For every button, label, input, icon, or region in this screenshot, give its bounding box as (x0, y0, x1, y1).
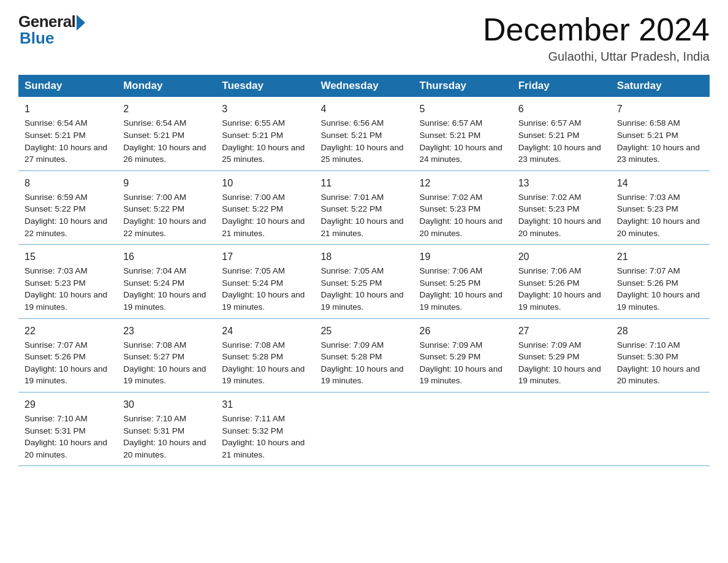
sunrise-text: Sunrise: 7:09 AM (420, 340, 483, 350)
daylight-text: Daylight: 10 hours and 21 minutes. (320, 216, 403, 238)
daylight-text: Daylight: 10 hours and 21 minutes. (222, 216, 305, 238)
day-number: 28 (617, 324, 703, 338)
calendar-cell: 16Sunrise: 7:04 AMSunset: 5:24 PMDayligh… (117, 245, 216, 318)
calendar-cell: 3Sunrise: 6:55 AMSunset: 5:21 PMDaylight… (216, 97, 314, 170)
sunset-text: Sunset: 5:29 PM (518, 352, 580, 361)
calendar-title: December 2024 (483, 12, 710, 47)
calendar-week-1: 1Sunrise: 6:54 AMSunset: 5:21 PMDaylight… (18, 97, 710, 170)
daylight-text: Daylight: 10 hours and 19 minutes. (518, 364, 601, 386)
calendar-cell: 20Sunrise: 7:06 AMSunset: 5:26 PMDayligh… (512, 245, 611, 318)
sunset-text: Sunset: 5:21 PM (420, 131, 481, 140)
sunset-text: Sunset: 5:25 PM (320, 278, 382, 288)
day-number: 23 (123, 324, 210, 338)
sunset-text: Sunset: 5:27 PM (123, 352, 184, 361)
calendar-cell: 18Sunrise: 7:05 AMSunset: 5:25 PMDayligh… (314, 245, 413, 318)
daylight-text: Daylight: 10 hours and 19 minutes. (320, 364, 403, 386)
daylight-text: Daylight: 10 hours and 19 minutes. (420, 364, 502, 386)
daylight-text: Daylight: 10 hours and 26 minutes. (123, 143, 206, 164)
sunset-text: Sunset: 5:22 PM (123, 204, 184, 213)
sunset-text: Sunset: 5:22 PM (25, 204, 86, 213)
calendar-cell: 19Sunrise: 7:06 AMSunset: 5:25 PMDayligh… (414, 245, 512, 318)
daylight-text: Daylight: 10 hours and 20 minutes. (123, 438, 206, 459)
sunrise-text: Sunrise: 6:57 AM (518, 118, 582, 128)
sunset-text: Sunset: 5:22 PM (320, 204, 382, 213)
daylight-text: Daylight: 10 hours and 22 minutes. (25, 216, 107, 238)
calendar-cell: 31Sunrise: 7:11 AMSunset: 5:32 PMDayligh… (216, 392, 314, 465)
calendar-cell (512, 392, 611, 465)
logo-blue-text: Blue (20, 29, 54, 48)
sunset-text: Sunset: 5:32 PM (222, 426, 283, 435)
daylight-text: Daylight: 10 hours and 25 minutes. (320, 143, 403, 164)
sunrise-text: Sunrise: 7:07 AM (25, 340, 88, 350)
calendar-cell: 11Sunrise: 7:01 AMSunset: 5:22 PMDayligh… (314, 170, 413, 244)
sunrise-text: Sunrise: 7:03 AM (617, 193, 680, 202)
sunrise-text: Sunrise: 7:05 AM (222, 266, 285, 275)
column-header-wednesday: Wednesday (314, 75, 413, 97)
day-number: 30 (123, 397, 210, 412)
sunrise-text: Sunrise: 7:08 AM (123, 340, 186, 350)
daylight-text: Daylight: 10 hours and 19 minutes. (420, 290, 502, 312)
day-number: 10 (222, 176, 308, 190)
logo-arrow-icon (77, 15, 85, 31)
sunset-text: Sunset: 5:21 PM (222, 131, 283, 140)
calendar-week-5: 29Sunrise: 7:10 AMSunset: 5:31 PMDayligh… (18, 392, 710, 465)
day-number: 25 (320, 324, 407, 338)
sunrise-text: Sunrise: 6:54 AM (25, 118, 88, 128)
logo: General Blue (18, 12, 85, 48)
day-number: 20 (518, 250, 605, 264)
sunrise-text: Sunrise: 6:55 AM (222, 118, 285, 128)
column-header-tuesday: Tuesday (216, 75, 314, 97)
day-number: 16 (123, 250, 210, 264)
sunrise-text: Sunrise: 7:11 AM (222, 414, 285, 423)
sunset-text: Sunset: 5:21 PM (518, 131, 580, 140)
sunset-text: Sunset: 5:21 PM (320, 131, 382, 140)
day-number: 17 (222, 250, 308, 264)
day-number: 13 (518, 176, 605, 190)
calendar-cell: 8Sunrise: 6:59 AMSunset: 5:22 PMDaylight… (18, 170, 117, 244)
sunrise-text: Sunrise: 6:57 AM (420, 118, 483, 128)
sunset-text: Sunset: 5:28 PM (222, 352, 283, 361)
calendar-cell: 17Sunrise: 7:05 AMSunset: 5:24 PMDayligh… (216, 245, 314, 318)
day-number: 26 (420, 324, 506, 338)
calendar-cell: 10Sunrise: 7:00 AMSunset: 5:22 PMDayligh… (216, 170, 314, 244)
calendar-cell: 25Sunrise: 7:09 AMSunset: 5:28 PMDayligh… (314, 318, 413, 392)
calendar-cell: 4Sunrise: 6:56 AMSunset: 5:21 PMDaylight… (314, 97, 413, 170)
calendar-cell: 23Sunrise: 7:08 AMSunset: 5:27 PMDayligh… (117, 318, 216, 392)
day-number: 9 (123, 176, 210, 190)
sunrise-text: Sunrise: 7:03 AM (25, 266, 88, 275)
sunrise-text: Sunrise: 7:00 AM (123, 193, 186, 202)
daylight-text: Daylight: 10 hours and 23 minutes. (518, 143, 601, 164)
sunrise-text: Sunrise: 7:06 AM (420, 266, 483, 275)
day-number: 27 (518, 324, 605, 338)
sunrise-text: Sunrise: 6:56 AM (320, 118, 384, 128)
day-number: 6 (518, 102, 605, 116)
sunrise-text: Sunrise: 7:05 AM (320, 266, 384, 275)
sunrise-text: Sunrise: 7:06 AM (518, 266, 582, 275)
day-number: 2 (123, 102, 210, 116)
daylight-text: Daylight: 10 hours and 22 minutes. (123, 216, 206, 238)
day-number: 14 (617, 176, 703, 190)
calendar-header-row: SundayMondayTuesdayWednesdayThursdayFrid… (18, 75, 710, 97)
daylight-text: Daylight: 10 hours and 19 minutes. (123, 364, 206, 386)
day-number: 11 (320, 176, 407, 190)
daylight-text: Daylight: 10 hours and 19 minutes. (123, 290, 206, 312)
page-header: General Blue December 2024 Gulaothi, Utt… (18, 12, 710, 64)
calendar-cell: 1Sunrise: 6:54 AMSunset: 5:21 PMDaylight… (18, 97, 117, 170)
sunset-text: Sunset: 5:23 PM (25, 278, 86, 288)
sunrise-text: Sunrise: 7:02 AM (420, 193, 483, 202)
sunset-text: Sunset: 5:26 PM (518, 278, 580, 288)
daylight-text: Daylight: 10 hours and 23 minutes. (617, 143, 700, 164)
day-number: 19 (420, 250, 506, 264)
daylight-text: Daylight: 10 hours and 19 minutes. (25, 364, 107, 386)
calendar-cell: 24Sunrise: 7:08 AMSunset: 5:28 PMDayligh… (216, 318, 314, 392)
column-header-monday: Monday (117, 75, 216, 97)
day-number: 15 (25, 250, 111, 264)
sunset-text: Sunset: 5:28 PM (320, 352, 382, 361)
sunset-text: Sunset: 5:30 PM (617, 352, 678, 361)
daylight-text: Daylight: 10 hours and 20 minutes. (25, 438, 107, 459)
calendar-cell: 26Sunrise: 7:09 AMSunset: 5:29 PMDayligh… (414, 318, 512, 392)
sunrise-text: Sunrise: 7:09 AM (518, 340, 582, 350)
daylight-text: Daylight: 10 hours and 21 minutes. (222, 438, 305, 459)
day-number: 18 (320, 250, 407, 264)
calendar-cell (314, 392, 413, 465)
